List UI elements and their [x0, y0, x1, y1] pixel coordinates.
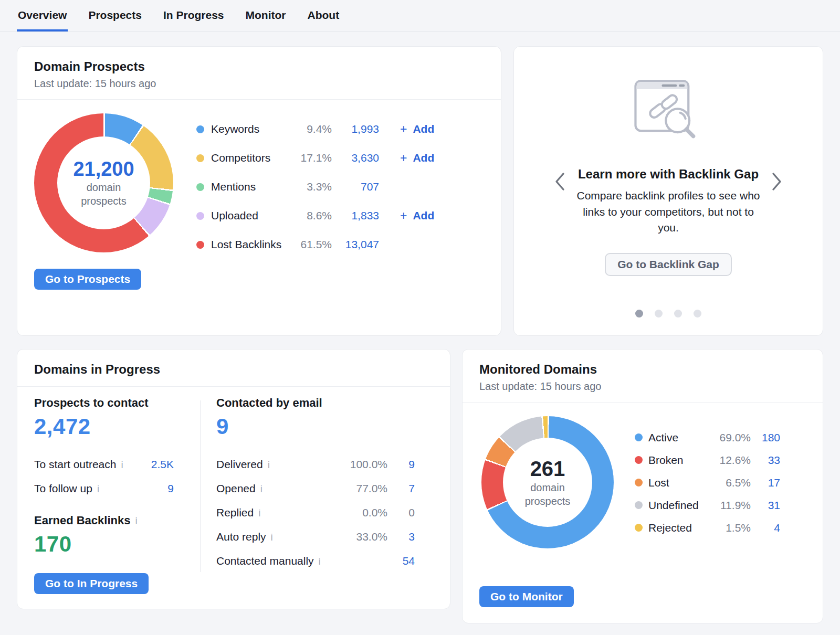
legend-percent: 11.9%: [712, 499, 751, 512]
carousel-dot-2[interactable]: [655, 310, 663, 318]
plus-icon: +: [400, 151, 407, 165]
active-dot-icon: [635, 433, 643, 441]
to-follow-up-row: To follow up i 9: [34, 482, 174, 495]
go-to-prospects-button[interactable]: Go to Prospects: [34, 269, 141, 290]
legend-label: Lost: [648, 477, 712, 489]
info-icon[interactable]: i: [319, 556, 321, 567]
legend-label: Mentions: [211, 181, 294, 193]
top-nav: Overview Prospects In Progress Monitor A…: [0, 0, 840, 32]
replied-row: Replied i 0.0% 0: [216, 506, 415, 519]
legend-row-lost-backlinks: Lost Backlinks 61.5% 13,047: [196, 235, 434, 254]
legend-label: Active: [648, 431, 712, 444]
card-title: Monitored Domains: [479, 362, 806, 377]
delivered-row: Delivered i 100.0% 9: [216, 458, 415, 471]
opened-value[interactable]: 7: [387, 482, 415, 495]
info-icon[interactable]: i: [135, 515, 137, 526]
legend-percent: 17.1%: [294, 152, 332, 164]
carousel-dot-4[interactable]: [694, 310, 701, 318]
replied-value: 0: [387, 506, 415, 519]
monitored-domains-legend: Active 69.0% 180 Broken 12.6% 33 L: [635, 430, 780, 548]
undefined-count-link[interactable]: 31: [751, 499, 780, 512]
legend-row-rejected: Rejected 1.5% 4: [635, 520, 780, 535]
legend-percent: 8.6%: [294, 209, 332, 222]
add-competitors-button[interactable]: +Add: [400, 151, 434, 165]
go-to-in-progress-button[interactable]: Go to In Progress: [34, 573, 149, 594]
donut-center: 21,200 domain prospects: [57, 136, 150, 229]
legend-label: Rejected: [648, 522, 712, 534]
info-icon[interactable]: i: [121, 459, 123, 471]
contacted-by-email-section: Contacted by email 9 Delivered i 100.0% …: [201, 396, 415, 594]
legend-percent: 6.5%: [712, 477, 751, 489]
competitors-count-link[interactable]: 3,630: [332, 152, 379, 164]
delivered-value[interactable]: 9: [387, 458, 415, 471]
card-title: Domains in Progress: [34, 362, 433, 377]
contacted-manually-value[interactable]: 54: [387, 555, 415, 567]
plus-icon: +: [400, 122, 407, 136]
tab-overview[interactable]: Overview: [17, 0, 68, 31]
to-follow-up-value[interactable]: 9: [167, 482, 174, 495]
lost-count-link[interactable]: 17: [751, 477, 780, 489]
card-title: Domain Prospects: [34, 59, 484, 74]
uploaded-dot-icon: [196, 212, 204, 220]
main-content: Domain Prospects Last update: 15 hours a…: [0, 32, 840, 635]
info-icon[interactable]: i: [260, 483, 262, 495]
add-keywords-button[interactable]: +Add: [400, 122, 434, 136]
lost-backlinks-count-link[interactable]: 13,047: [332, 238, 379, 251]
backlink-gap-icon: [632, 78, 705, 144]
info-icon[interactable]: i: [268, 459, 270, 471]
domains-in-progress-card: Domains in Progress Prospects to contact…: [17, 349, 450, 609]
rejected-count-link[interactable]: 4: [751, 522, 780, 534]
add-uploaded-button[interactable]: +Add: [400, 209, 434, 223]
backlink-gap-title: Learn more with Backlink Gap: [578, 164, 759, 184]
domains-in-progress-header: Domains in Progress: [17, 350, 450, 387]
carousel-prev-icon[interactable]: [553, 171, 566, 192]
info-icon[interactable]: i: [271, 532, 273, 543]
broken-dot-icon: [635, 456, 643, 464]
keywords-count-link[interactable]: 1,993: [332, 123, 379, 135]
broken-count-link[interactable]: 33: [751, 454, 780, 467]
tab-in-progress[interactable]: In Progress: [162, 0, 225, 31]
monitored-domains-card: Monitored Domains Last update: 15 hours …: [462, 349, 823, 623]
active-count-link[interactable]: 180: [751, 431, 780, 444]
legend-percent: 61.5%: [294, 238, 332, 251]
lost-dot-icon: [635, 479, 643, 486]
mentions-count-link[interactable]: 707: [332, 181, 379, 193]
legend-percent: 1.5%: [712, 522, 751, 534]
carousel-dot-1[interactable]: [635, 310, 643, 318]
legend-row-lost: Lost 6.5% 17: [635, 475, 780, 490]
plus-icon: +: [400, 209, 407, 223]
legend-label: Competitors: [211, 152, 294, 164]
tab-prospects[interactable]: Prospects: [87, 0, 143, 31]
rejected-dot-icon: [635, 524, 643, 532]
auto-reply-value[interactable]: 3: [387, 531, 415, 543]
go-to-monitor-button[interactable]: Go to Monitor: [479, 586, 574, 607]
legend-percent: 69.0%: [712, 431, 751, 444]
go-to-backlink-gap-button[interactable]: Go to Backlink Gap: [605, 253, 732, 276]
contacted-by-email-value: 9: [216, 414, 415, 439]
domain-prospects-donut-chart: 21,200 domain prospects: [34, 113, 173, 252]
uploaded-count-link[interactable]: 1,833: [332, 209, 379, 222]
info-icon[interactable]: i: [97, 483, 99, 495]
section-header: Contacted by email: [216, 396, 415, 410]
legend-label: Uploaded: [211, 209, 294, 222]
legend-row-keywords: Keywords 9.4% 1,993 +Add: [196, 120, 434, 139]
carousel-dot-3[interactable]: [674, 310, 682, 318]
tab-monitor[interactable]: Monitor: [245, 0, 287, 31]
donut-center-value: 261: [530, 457, 565, 481]
to-start-outreach-value[interactable]: 2.5K: [151, 458, 174, 471]
opened-percent: 77.0%: [335, 482, 387, 495]
donut-center-value: 21,200: [73, 158, 134, 181]
legend-percent: 9.4%: [294, 123, 332, 135]
legend-percent: 12.6%: [712, 454, 751, 467]
keywords-dot-icon: [196, 125, 204, 133]
monitored-domains-header: Monitored Domains Last update: 15 hours …: [463, 350, 823, 403]
last-update-text: Last update: 15 hours ago: [479, 380, 806, 393]
carousel-next-icon[interactable]: [770, 171, 784, 192]
mentions-dot-icon: [196, 183, 204, 191]
backlink-gap-description: Compare backlink profiles to see who lin…: [572, 188, 765, 236]
info-icon[interactable]: i: [258, 507, 260, 519]
tab-about[interactable]: About: [306, 0, 340, 31]
lost-backlinks-dot-icon: [196, 241, 204, 249]
undefined-dot-icon: [635, 501, 643, 509]
last-update-text: Last update: 15 hours ago: [34, 78, 484, 90]
